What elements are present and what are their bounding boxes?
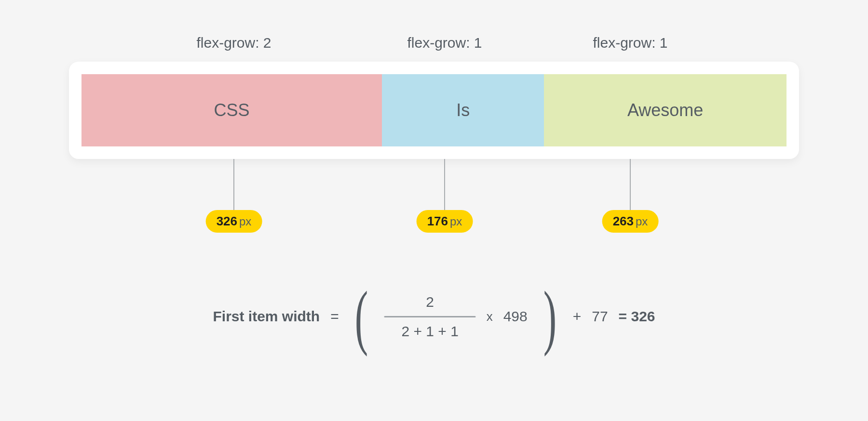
connector-c [630, 159, 631, 213]
equation-equals-1: = [330, 308, 339, 325]
width-unit-c: px [636, 215, 648, 228]
flex-item-awesome: Awesome [544, 74, 787, 146]
equation-times: x [487, 309, 493, 324]
equation-result-prefix: = [619, 308, 631, 324]
connector-a [233, 159, 234, 213]
width-value-b: 176 [427, 214, 448, 229]
diagram-stage: flex-grow: 2 flex-grow: 1 flex-grow: 1 C… [0, 0, 868, 421]
flex-demo-row: CSS Is Awesome [81, 74, 787, 146]
equation-label: First item width [213, 308, 320, 325]
width-unit-a: px [239, 215, 251, 228]
width-unit-b: px [450, 215, 462, 228]
equation-free-space: 498 [503, 308, 528, 325]
width-value-a: 326 [217, 214, 237, 229]
connector-b [444, 159, 445, 213]
equation-basis: 77 [592, 308, 608, 325]
equation-numerator: 2 [417, 293, 443, 311]
label-flex-grow-c: flex-grow: 1 [593, 35, 667, 51]
flex-container-card: CSS Is Awesome [69, 62, 799, 159]
equation-result: = 326 [619, 308, 655, 325]
paren-open-icon: ( [355, 280, 368, 353]
paren-close-icon: ) [543, 280, 556, 353]
flex-item-is: Is [382, 74, 544, 146]
label-flex-grow-a: flex-grow: 2 [196, 35, 271, 51]
width-pill-a: 326 px [206, 210, 262, 233]
equation: First item width = ( 2 2 + 1 + 1 x 498 )… [213, 280, 655, 353]
equation-plus: + [573, 308, 582, 325]
equation-result-value: 326 [631, 308, 655, 324]
label-flex-grow-b: flex-grow: 1 [407, 35, 482, 51]
equation-fraction: 2 2 + 1 + 1 [384, 293, 476, 341]
width-pill-c: 263 px [602, 210, 659, 233]
fraction-bar-icon [384, 316, 476, 317]
width-pill-b: 176 px [417, 210, 473, 233]
equation-denominator: 2 + 1 + 1 [393, 322, 467, 341]
width-value-c: 263 [613, 214, 634, 229]
flex-item-css: CSS [81, 74, 382, 146]
